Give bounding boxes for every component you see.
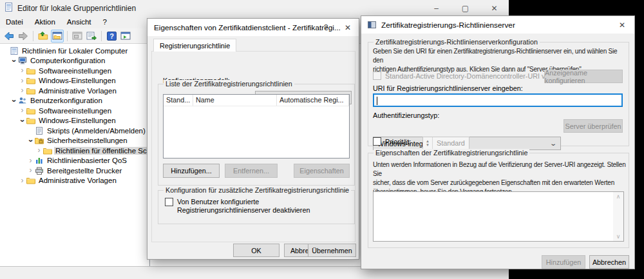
forward-icon[interactable] <box>17 30 30 43</box>
tree-item-label: Benutzerkonfiguration <box>29 97 104 104</box>
list-column-header[interactable]: Automatische Regi... <box>277 95 349 106</box>
validate-server-button: Server überprüfen <box>564 119 623 133</box>
tree-item[interactable]: ›Computerkonfiguration <box>0 56 149 66</box>
tree-item[interactable]: ›Richtlinienbasierter QoS <box>0 156 149 166</box>
tree-item[interactable]: ›Windows-Einstellungen <box>0 76 149 86</box>
policy-server-dialog: Zertifikatregistrierungs-Richtlinienserv… <box>361 15 635 269</box>
console-tree-icon[interactable] <box>51 30 64 43</box>
close-icon[interactable]: ✕ <box>611 16 633 34</box>
disable-user-policy-checkbox[interactable] <box>165 198 173 206</box>
folder-icon <box>26 67 37 75</box>
tree-item-label: Sicherheitseinstellungen <box>46 137 129 144</box>
chevron-expanded-icon[interactable]: › <box>10 97 18 105</box>
gpo-root-icon <box>10 47 21 55</box>
tree-item-label: Administrative Vorlagen <box>37 87 118 95</box>
folder-icon <box>43 147 54 155</box>
tree-item-label: Computerkonfiguration <box>29 57 106 64</box>
tree-item-label: Richtlinienbasierter QoS <box>46 157 128 164</box>
menu-?[interactable]: ? <box>97 16 113 28</box>
close-icon[interactable]: ✕ <box>337 19 359 36</box>
toolbar-separator <box>101 31 102 41</box>
scroll-down-icon[interactable]: ∨ <box>616 233 621 240</box>
tree-item[interactable]: ›Bereitgestellte Drucker <box>0 166 149 176</box>
policy-list[interactable]: Stand...NameAutomatische Regi... <box>163 94 350 159</box>
uri-label: URI für Registrierungsrichtlinienserver … <box>373 84 523 92</box>
ok-button[interactable]: OK <box>233 244 279 257</box>
tree-item-label: Administrative Vorlagen <box>37 177 118 184</box>
scroll-up-icon[interactable]: ∧ <box>616 193 621 200</box>
export-list-icon[interactable] <box>85 30 98 43</box>
chevron-expanded-icon[interactable]: › <box>10 57 18 65</box>
folder-lock-icon <box>35 137 46 144</box>
toolbar-separator <box>67 31 68 41</box>
tree-item[interactable]: ›Sicherheitseinstellungen <box>0 136 149 146</box>
priority-value: Standard <box>433 137 469 149</box>
chevron-collapsed-icon[interactable]: › <box>18 66 26 75</box>
user-icon <box>18 97 29 104</box>
tree-item[interactable]: ›Richtlinien für öffentliche Schlüssel <box>0 146 149 156</box>
list-header: Stand...NameAutomatische Regi... <box>164 95 349 106</box>
tree-item[interactable]: Skripts (Anmelden/Abmelden) <box>0 126 149 136</box>
disable-user-policy-label: Von Benutzer konfigurierte Registrierung… <box>177 198 352 215</box>
priority-label: Priorität: <box>385 138 411 146</box>
priority-stepper: ▲▼ Standard <box>422 137 469 149</box>
tree-item[interactable]: ›Benutzerkonfiguration <box>0 96 149 106</box>
chevron-collapsed-icon[interactable]: › <box>18 86 26 95</box>
verification-output[interactable]: ∧ ∨ <box>373 191 624 242</box>
display-name-button: Anzeigename konfigurieren <box>544 70 623 83</box>
dialog-icon <box>368 21 376 28</box>
text-caret <box>377 97 377 105</box>
maximize-icon[interactable]: ▢ <box>451 0 480 16</box>
tree-item[interactable]: Richtlinien für Lokaler Computer <box>0 46 149 56</box>
spinner-arrows-icon: ▲▼ <box>423 137 433 149</box>
help-icon[interactable]: ? <box>315 19 337 36</box>
chevron-collapsed-icon[interactable]: › <box>18 177 26 185</box>
chart-icon <box>35 157 46 164</box>
chevron-collapsed-icon[interactable]: › <box>26 166 35 175</box>
tree-item[interactable]: ›Administrative Vorlagen <box>0 176 149 186</box>
apply-button[interactable]: Übernehmen <box>308 244 356 257</box>
close-icon[interactable]: ✕ <box>480 0 509 16</box>
script-icon <box>35 127 46 135</box>
menu-datei[interactable]: Datei <box>0 16 29 28</box>
console-tree: Richtlinien für Lokaler Computer›Compute… <box>0 44 150 266</box>
list-column-header[interactable]: Name <box>193 95 277 106</box>
chevron-collapsed-icon[interactable]: › <box>26 157 35 165</box>
folder-icon <box>26 107 37 115</box>
tree-item[interactable]: ›Windows-Einstellungen <box>0 116 149 126</box>
tree-item[interactable]: ›Softwareeinstellungen <box>0 106 149 116</box>
tree-item[interactable]: ›Softwareeinstellungen <box>0 66 149 76</box>
cancel-button[interactable]: Abbrechen <box>589 255 629 269</box>
window-title: Editor für lokale Gruppenrichtlinien <box>17 4 136 13</box>
menu-ansicht[interactable]: Ansicht <box>61 16 97 28</box>
add-button[interactable]: Hinzufügen... <box>163 164 220 178</box>
ad-uri-checkbox <box>373 72 381 80</box>
scrollbar[interactable]: ∧ ∨ <box>613 192 623 241</box>
back-icon[interactable] <box>3 30 15 43</box>
tab-registrierungsrichtlinie[interactable]: Registrierungsrichtlinie <box>153 39 236 52</box>
app-icon <box>5 3 14 14</box>
help-icon[interactable]: ? <box>105 30 118 43</box>
chevron-collapsed-icon[interactable]: › <box>18 77 26 85</box>
tree-item-label: Softwareeinstellungen <box>37 67 113 75</box>
properties-icon[interactable] <box>71 30 84 43</box>
minimize-icon[interactable]: – <box>422 0 451 16</box>
new-window-icon[interactable] <box>119 30 132 43</box>
menu-aktion[interactable]: Aktion <box>29 16 61 28</box>
tree-item[interactable]: ›Administrative Vorlagen <box>0 86 149 96</box>
add-button: Hinzufügen <box>542 255 585 269</box>
list-column-header[interactable]: Stand... <box>164 95 193 106</box>
tree-item-label: Richtlinien für öffentliche Schlüssel <box>54 147 149 155</box>
extra-policy-group: Konfiguration für zusätzliche Zertifikat… <box>158 190 355 224</box>
folder-icon <box>26 117 37 124</box>
priority-checkbox[interactable] <box>373 137 381 146</box>
chevron-expanded-icon[interactable]: › <box>18 117 26 125</box>
chevron-collapsed-icon[interactable]: › <box>35 146 43 155</box>
up-one-level-icon[interactable] <box>37 30 50 43</box>
printer-icon <box>35 167 46 175</box>
chevron-collapsed-icon[interactable]: › <box>18 106 26 115</box>
tree-item-label: Bereitgestellte Drucker <box>46 167 123 175</box>
chevron-expanded-icon[interactable]: › <box>26 137 35 145</box>
uri-input[interactable] <box>373 93 623 107</box>
auth-type-label: Authentifizierungstyp: <box>373 111 439 119</box>
